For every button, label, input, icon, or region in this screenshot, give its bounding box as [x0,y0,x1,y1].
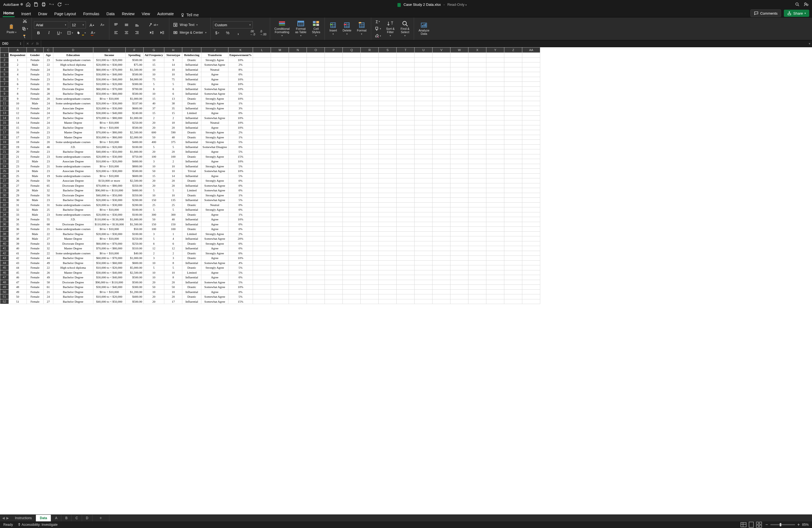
sheet-tab-d[interactable]: D [82,515,92,522]
cell[interactable] [307,72,325,77]
cell[interactable] [325,159,343,164]
cell[interactable]: Female [27,260,43,265]
cell[interactable] [361,178,379,184]
cell[interactable]: 20 [143,120,164,126]
row-header-25[interactable]: 25 [0,169,9,174]
cell[interactable] [450,202,468,207]
cell[interactable]: Agree [201,212,228,217]
cell[interactable] [307,144,325,149]
cell[interactable] [522,91,540,97]
cell[interactable]: Influential [182,144,201,149]
cell[interactable] [361,67,379,72]
cell[interactable] [433,193,450,198]
col-header-S[interactable]: S [379,47,396,53]
cell[interactable]: 23 [9,164,27,169]
cell[interactable] [487,135,504,140]
cell[interactable] [522,164,540,169]
cell[interactable] [271,159,289,164]
cell[interactable] [361,251,379,256]
cell[interactable]: Limited [182,270,201,275]
cell[interactable]: Bachelor Degree [53,125,93,130]
cell[interactable]: Drastic [182,227,201,232]
cell[interactable]: Trivial [182,169,201,174]
cell[interactable]: Somewhat Agree [201,91,228,97]
cell[interactable] [253,294,271,299]
cell[interactable]: $50,000 to < $60,000 [93,260,126,265]
cell[interactable]: 5% [228,164,253,169]
cell[interactable] [343,241,361,246]
cell[interactable]: Bachelor Degree [53,115,93,120]
cell[interactable] [396,178,415,184]
cell[interactable]: Somewhat Agree [201,86,228,91]
cell[interactable] [415,217,433,222]
row-header-5[interactable]: 5 [0,72,9,77]
cell[interactable] [396,67,415,72]
cell[interactable] [415,294,433,299]
cell[interactable] [433,111,450,116]
cell[interactable] [433,227,450,232]
cell[interactable] [468,130,487,135]
tab-insert[interactable]: Insert [21,11,31,17]
cell[interactable] [379,285,396,290]
cell[interactable]: 10% [228,285,253,290]
cell[interactable]: Strongly Agree [201,135,228,140]
cell[interactable] [450,115,468,120]
cell[interactable]: $5,000.00 [126,265,143,270]
cell[interactable] [361,164,379,169]
cell[interactable]: Doctorate Degree [53,193,93,198]
cell[interactable]: $500.00 [126,125,143,130]
cell[interactable] [379,169,396,174]
cell[interactable]: Influential [182,280,201,285]
cell[interactable]: 20 [143,149,164,155]
cell[interactable] [253,178,271,184]
cell[interactable]: 5 [143,82,164,87]
cell[interactable]: $1,500.00 [126,67,143,72]
cell[interactable] [289,299,307,304]
cell[interactable]: 58 [43,280,53,285]
cell[interactable] [307,202,325,207]
cell[interactable]: $0 to < $10,000 [93,207,126,212]
cell[interactable] [289,265,307,270]
cell[interactable]: $60,000 to < $70,000 [93,241,126,246]
increase-indent-icon[interactable] [158,29,167,36]
cell[interactable] [343,144,361,149]
cell[interactable]: 50 [143,135,164,140]
row-header-24[interactable]: 24 [0,164,9,169]
row-header-50[interactable]: 50 [0,289,9,294]
cell[interactable] [289,130,307,135]
cell[interactable] [343,275,361,280]
cell[interactable] [379,101,396,106]
cell[interactable] [307,115,325,120]
cell[interactable] [468,149,487,155]
cell[interactable]: 8% [228,67,253,72]
cell[interactable] [415,227,433,232]
cell[interactable] [433,256,450,261]
cell[interactable] [289,294,307,299]
row-header-1[interactable]: 1 [0,53,9,58]
cell[interactable]: Associate Degree [53,159,93,164]
cell[interactable] [522,120,540,126]
cell[interactable]: $70,000 to < $80,000 [93,246,126,251]
cell[interactable] [522,53,540,58]
cell[interactable]: Doctorate Degree [53,222,93,227]
cell[interactable]: $75.00 [126,62,143,68]
cell[interactable] [325,222,343,227]
cell[interactable] [433,62,450,68]
cell[interactable]: $20,000 to < $30,000 [93,154,126,159]
cell[interactable] [343,159,361,164]
cell[interactable]: Bachelor Degree [53,260,93,265]
cell[interactable] [253,246,271,251]
cell[interactable]: $20,000 to < $30,000 [93,169,126,174]
cell[interactable]: $400.00 [126,140,143,145]
cell[interactable]: Master Degree [53,246,93,251]
cell[interactable] [289,77,307,82]
cell[interactable] [522,72,540,77]
cell[interactable]: $70,000 to < $80,000 [93,115,126,120]
cell[interactable]: 65 [43,183,53,188]
sheet-tab-c[interactable]: C [72,515,82,522]
cell[interactable] [271,222,289,227]
cell[interactable] [450,270,468,275]
cell[interactable] [361,265,379,270]
cell[interactable]: $0 to < $10,000 [93,236,126,241]
cell[interactable] [325,96,343,101]
